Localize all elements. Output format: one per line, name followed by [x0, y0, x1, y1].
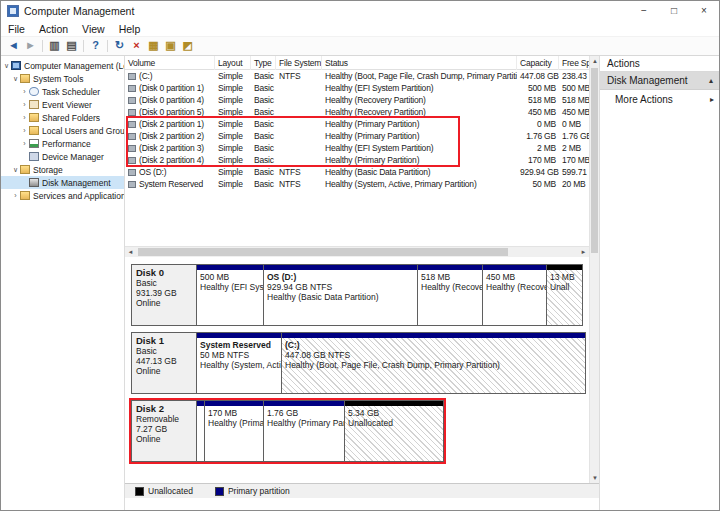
volume-row-disk-2-partition-4[interactable]: (Disk 2 partition 4)SimpleBasicHealthy (…	[125, 154, 589, 166]
expand-collapse-icon[interactable]: ∨	[12, 75, 19, 83]
vertical-scroll-thumb[interactable]	[591, 68, 598, 253]
menu-file[interactable]: File	[1, 23, 32, 35]
cell-capacity: 170 MB	[517, 155, 559, 165]
cell-capacity: 1.76 GB	[517, 131, 559, 141]
partition[interactable]: OS (D:)929.94 GB NTFSHealthy (Basic Data…	[263, 264, 418, 326]
volume-row-os-d[interactable]: OS (D:)SimpleBasicNTFSHealthy (Basic Dat…	[125, 166, 589, 178]
forward-icon[interactable]: ►	[22, 38, 39, 54]
export-list-icon[interactable]: ▤	[63, 38, 80, 54]
partition[interactable]: 1.76 GBHealthy (Primary Par	[263, 400, 345, 462]
back-icon[interactable]: ◄	[5, 38, 22, 54]
disk-label-disk-2[interactable]: Disk 2Removable7.27 GBOnline	[131, 400, 197, 462]
tree-item-system-tools[interactable]: ∨System Tools	[1, 72, 124, 85]
volume-row-disk-0-partition-4[interactable]: (Disk 0 partition 4)SimpleBasicHealthy (…	[125, 94, 589, 106]
volume-row-disk-2-partition-2[interactable]: (Disk 2 partition 2)SimpleBasicHealthy (…	[125, 130, 589, 142]
expand-collapse-icon[interactable]: ›	[21, 140, 28, 147]
maximize-button[interactable]: □	[659, 1, 689, 21]
cell-type: Basic	[251, 143, 276, 153]
cell-status: Healthy (Primary Partition)	[322, 131, 517, 141]
partition-unallocated[interactable]: 13 MBUnall	[546, 264, 583, 326]
bottom-padding	[125, 498, 599, 510]
volume-row-c[interactable]: (C:)SimpleBasicNTFSHealthy (Boot, Page F…	[125, 70, 589, 82]
tree-item-local-users-and-groups[interactable]: ›Local Users and Groups	[1, 124, 124, 137]
tree-item-disk-management[interactable]: Disk Management	[1, 176, 124, 189]
collapse-icon[interactable]: ▴	[709, 76, 713, 85]
volume-row-disk-2-partition-3[interactable]: (Disk 2 partition 3)SimpleBasicHealthy (…	[125, 142, 589, 154]
tree-item-device-manager[interactable]: Device Manager	[1, 150, 124, 163]
column-header-volume[interactable]: Volume	[125, 56, 215, 70]
column-header-layout[interactable]: Layout	[215, 56, 251, 70]
volume-name: (C:)	[139, 71, 152, 81]
column-header-file-system[interactable]: File System	[276, 56, 322, 70]
partition-status: Healthy (Recove	[486, 282, 544, 292]
scroll-right-icon[interactable]: ►	[578, 247, 589, 257]
tree-item-event-viewer[interactable]: ›Event Viewer	[1, 98, 124, 111]
actions-disk-management[interactable]: Disk Management ▴	[600, 72, 719, 90]
tree-item-shared-folders[interactable]: ›Shared Folders	[1, 111, 124, 124]
partition[interactable]: System Reserved50 MB NTFSHealthy (System…	[196, 332, 282, 394]
show-console-tree-icon[interactable]: ▥	[46, 38, 63, 54]
expand-collapse-icon[interactable]: ∨	[12, 166, 19, 174]
volume-row-system-reserved[interactable]: System ReservedSimpleBasicNTFSHealthy (S…	[125, 178, 589, 190]
partition[interactable]: 170 MBHealthy (Primary	[204, 400, 264, 462]
disk-label-disk-1[interactable]: Disk 1Basic447.13 GBOnline	[131, 332, 197, 394]
console-tree: ∨Computer Management (Local∨System Tools…	[1, 56, 125, 510]
cell-type: Basic	[251, 131, 276, 141]
vertical-scroll-track[interactable]	[590, 66, 599, 473]
partition-unallocated[interactable]: 5.34 GBUnallocated	[344, 400, 444, 462]
volume-row-disk-0-partition-5[interactable]: (Disk 0 partition 5)SimpleBasicHealthy (…	[125, 106, 589, 118]
minimize-button[interactable]: −	[629, 1, 659, 21]
horizontal-scroll-track[interactable]	[136, 247, 578, 257]
horizontal-scrollbar[interactable]: ◄ ►	[125, 246, 589, 257]
expand-collapse-icon[interactable]: ›	[12, 192, 19, 199]
help-icon[interactable]: ?	[87, 38, 104, 54]
cell-free-sp: 450 MB	[559, 107, 589, 117]
partition[interactable]: 450 MBHealthy (Recove	[482, 264, 547, 326]
tree-item-storage[interactable]: ∨Storage	[1, 163, 124, 176]
tree-item-computer-management-local[interactable]: ∨Computer Management (Local	[1, 59, 124, 72]
partition[interactable]: (C:)447.08 GB NTFSHealthy (Boot, Page Fi…	[281, 332, 586, 394]
legend-unallocated: Unallocated	[135, 486, 193, 496]
partition[interactable]: 518 MBHealthy (Recove	[417, 264, 483, 326]
column-header-status[interactable]: Status	[322, 56, 517, 70]
cell-type: Basic	[251, 107, 276, 117]
close-button[interactable]: ×	[689, 1, 719, 21]
scroll-left-icon[interactable]: ◄	[125, 247, 136, 257]
shared-folders-icon	[29, 113, 39, 122]
expand-collapse-icon[interactable]: ∨	[3, 62, 10, 70]
menu-help[interactable]: Help	[112, 23, 148, 35]
actions-more[interactable]: More Actions ▸	[600, 90, 719, 108]
partition-size: 170 MB	[208, 408, 261, 418]
tree-item-services-and-applications[interactable]: ›Services and Applications	[1, 189, 124, 202]
vertical-scrollbar[interactable]: ▲ ▼	[589, 56, 599, 483]
partition[interactable]: 500 MBHealthy (EFI Syst	[196, 264, 264, 326]
tree-item-task-scheduler[interactable]: ›Task Scheduler	[1, 85, 124, 98]
open-folder-icon[interactable]: ▣	[162, 38, 179, 54]
cell-capacity: 2 MB	[517, 143, 559, 153]
column-header-type[interactable]: Type	[251, 56, 276, 70]
cell-status: Healthy (Recovery Partition)	[322, 95, 517, 105]
volume-row-disk-2-partition-1[interactable]: (Disk 2 partition 1)SimpleBasicHealthy (…	[125, 118, 589, 130]
expand-collapse-icon[interactable]: ›	[21, 88, 28, 95]
app-icon	[7, 5, 19, 17]
explore-icon[interactable]: ◩	[179, 38, 196, 54]
disk-label-disk-0[interactable]: Disk 0Basic931.39 GBOnline	[131, 264, 197, 326]
menu-view[interactable]: View	[75, 23, 112, 35]
partition-text: 1.76 GBHealthy (Primary Par	[264, 406, 344, 428]
column-header-capacity[interactable]: Capacity	[517, 56, 559, 70]
menu-action[interactable]: Action	[32, 23, 75, 35]
properties-icon[interactable]: ▦	[145, 38, 162, 54]
expand-collapse-icon[interactable]: ›	[21, 101, 28, 108]
column-header-free-sp[interactable]: Free Sp	[559, 56, 589, 70]
tree-item-label: Storage	[33, 165, 63, 175]
horizontal-scroll-thumb[interactable]	[138, 248, 508, 256]
refresh-icon[interactable]: ↻	[111, 38, 128, 54]
expand-collapse-icon[interactable]: ›	[21, 114, 28, 121]
tree-item-performance[interactable]: ›Performance	[1, 137, 124, 150]
volume-icon	[128, 73, 136, 80]
cell-volume: (Disk 0 partition 5)	[125, 107, 215, 117]
volume-row-disk-0-partition-1[interactable]: (Disk 0 partition 1)SimpleBasicHealthy (…	[125, 82, 589, 94]
expand-collapse-icon[interactable]: ›	[21, 127, 28, 134]
cell-type: Basic	[251, 83, 276, 93]
delete-volume-icon[interactable]: ×	[128, 38, 145, 54]
